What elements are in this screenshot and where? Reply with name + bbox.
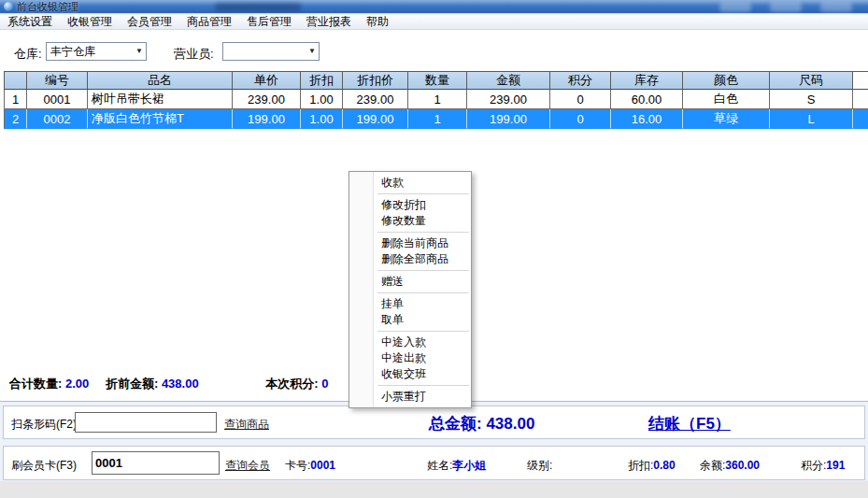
- col-header-rownum[interactable]: [4, 71, 27, 90]
- cell-rownum[interactable]: 2: [4, 109, 27, 129]
- col-header-disc-price[interactable]: 折扣价: [343, 71, 408, 90]
- cell-discount[interactable]: 1.00: [301, 90, 343, 109]
- member-level-label: 级别:: [527, 459, 552, 472]
- redacted-blur: [770, 2, 802, 12]
- grand-total-value: 438.00: [486, 415, 534, 433]
- menu-cashier-mgmt[interactable]: 收银管理: [60, 15, 120, 29]
- cell-filler: [853, 90, 868, 109]
- member-balance-field: 余额:360.00: [700, 458, 760, 474]
- col-header-stock[interactable]: 库存: [611, 71, 683, 90]
- menu-item-mid-cash-in[interactable]: 中途入款: [349, 334, 471, 350]
- grand-total-label: 总金额:: [429, 415, 482, 433]
- cell-disc-price[interactable]: 239.00: [343, 90, 408, 109]
- product-grid: 编号 品名 单价 折扣 折扣价 数量 金额 积分 库存 颜色 尺码 1 0001…: [4, 71, 868, 129]
- pre-discount-label: 折前金额:: [106, 377, 158, 391]
- redacted-blur: [215, 3, 301, 11]
- cell-size[interactable]: L: [770, 109, 853, 129]
- table-row-selected[interactable]: 2 0002 净版白色竹节棉T 199.00 1.00 199.00 1 199…: [4, 109, 868, 129]
- member-balance-label: 余额:: [700, 459, 725, 472]
- clerk-label: 营业员:: [174, 46, 214, 63]
- context-menu: 收款 修改折扣 修改数量 删除当前商品 删除全部商品 赠送 挂单 取单 中途入款…: [349, 171, 472, 408]
- cell-stock[interactable]: 60.00: [611, 90, 683, 109]
- menu-system-settings[interactable]: 系统设置: [0, 15, 60, 29]
- member-name-field: 姓名:李小姐: [427, 458, 486, 474]
- warehouse-selected-value: 丰宁仓库: [50, 45, 131, 59]
- menu-item-gift[interactable]: 赠送: [349, 274, 471, 290]
- cell-rownum[interactable]: 1: [4, 90, 27, 109]
- menu-item-reprint-receipt[interactable]: 小票重打: [349, 389, 471, 405]
- cell-discount[interactable]: 1.00: [301, 109, 343, 129]
- member-card-input[interactable]: [92, 451, 220, 475]
- checkout-button[interactable]: 结账（F5）: [648, 413, 731, 434]
- cell-price[interactable]: 199.00: [233, 109, 301, 129]
- barcode-input[interactable]: [75, 412, 217, 433]
- col-header-color[interactable]: 颜色: [683, 71, 770, 90]
- col-header-code[interactable]: 编号: [27, 71, 88, 90]
- menu-item-delete-current[interactable]: 删除当前商品: [349, 235, 471, 251]
- cell-qty[interactable]: 1: [408, 109, 467, 129]
- member-points-label: 积分:: [801, 459, 826, 472]
- cell-points[interactable]: 0: [550, 90, 611, 109]
- table-row[interactable]: 1 0001 树叶吊带长裙 239.00 1.00 239.00 1 239.0…: [4, 90, 868, 109]
- member-points-field: 积分:191: [801, 458, 845, 474]
- cell-qty[interactable]: 1: [408, 90, 467, 109]
- menu-item-modify-quantity[interactable]: 修改数量: [349, 213, 471, 229]
- warehouse-select[interactable]: 丰宁仓库 ▼: [46, 42, 147, 61]
- menu-separator: [377, 232, 469, 233]
- menu-member-mgmt[interactable]: 会员管理: [120, 15, 179, 29]
- member-level-field: 级别:: [527, 458, 552, 474]
- cell-name[interactable]: 树叶吊带长裙: [88, 90, 233, 109]
- member-points-value: 191: [826, 459, 845, 472]
- cell-disc-price[interactable]: 199.00: [343, 109, 408, 129]
- member-discount-value: 0.80: [653, 459, 675, 472]
- pre-discount-value: 438.00: [162, 377, 199, 391]
- chevron-down-icon: ▼: [308, 48, 316, 55]
- menu-aftersales-mgmt[interactable]: 售后管理: [239, 15, 299, 29]
- grand-total: 总金额: 438.00: [429, 413, 534, 434]
- clerk-select[interactable]: ▼: [222, 42, 320, 61]
- menu-separator: [377, 270, 469, 271]
- menu-item-modify-discount[interactable]: 修改折扣: [349, 197, 471, 213]
- cell-amount[interactable]: 199.00: [467, 109, 550, 129]
- cell-code[interactable]: 0001: [27, 90, 88, 109]
- summary-line: 合计数量: 2.00 折前金额: 438.00 本次积分: 0: [9, 376, 328, 392]
- cell-name[interactable]: 净版白色竹节棉T: [88, 109, 233, 129]
- col-header-price[interactable]: 单价: [233, 71, 301, 90]
- menu-separator: [377, 385, 469, 386]
- menu-item-delete-all[interactable]: 删除全部商品: [349, 251, 471, 267]
- menu-item-mid-cash-out[interactable]: 中途出款: [349, 350, 471, 366]
- cell-stock[interactable]: 16.00: [611, 109, 683, 129]
- menu-separator: [377, 331, 469, 332]
- redacted-blur: [820, 2, 852, 12]
- cell-filler: [853, 109, 868, 129]
- cell-price[interactable]: 239.00: [233, 90, 301, 109]
- col-header-name[interactable]: 品名: [88, 71, 233, 90]
- member-card-label: 刷会员卡(F3): [11, 458, 77, 474]
- cell-size[interactable]: S: [770, 90, 853, 109]
- query-member-link[interactable]: 查询会员: [225, 458, 270, 474]
- menu-item-retrieve-order[interactable]: 取单: [349, 312, 471, 328]
- col-header-size[interactable]: 尺码: [770, 71, 853, 90]
- menu-item-collect-payment[interactable]: 收款: [349, 175, 471, 191]
- cell-color[interactable]: 白色: [683, 90, 770, 109]
- query-product-link[interactable]: 查询商品: [224, 417, 269, 433]
- cell-points[interactable]: 0: [550, 109, 611, 129]
- col-header-discount[interactable]: 折扣: [301, 71, 343, 90]
- menu-business-report[interactable]: 营业报表: [299, 15, 359, 29]
- menu-product-mgmt[interactable]: 商品管理: [179, 15, 239, 29]
- member-discount-label: 折扣:: [628, 459, 653, 472]
- session-points-value: 0: [321, 377, 328, 391]
- col-header-qty[interactable]: 数量: [408, 71, 467, 90]
- chevron-down-icon: ▼: [135, 48, 143, 55]
- member-balance-value: 360.00: [725, 459, 760, 472]
- col-header-filler: [853, 71, 868, 90]
- col-header-amount[interactable]: 金额: [467, 71, 550, 90]
- col-header-points[interactable]: 积分: [550, 71, 611, 90]
- menu-item-shift-change[interactable]: 收银交班: [349, 366, 471, 382]
- cell-color[interactable]: 草绿: [683, 109, 770, 129]
- cell-amount[interactable]: 239.00: [467, 90, 550, 109]
- menu-help[interactable]: 帮助: [359, 15, 396, 29]
- total-qty-label: 合计数量:: [9, 377, 62, 391]
- cell-code[interactable]: 0002: [27, 109, 88, 129]
- menu-item-hold-order[interactable]: 挂单: [349, 296, 471, 312]
